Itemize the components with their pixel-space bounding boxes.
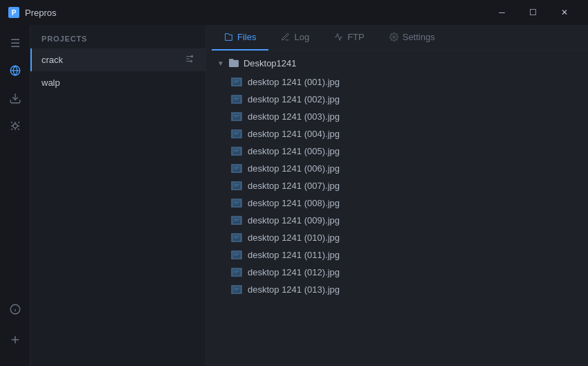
svg-rect-38 — [234, 184, 239, 185]
folder-name: Desktop1241 — [244, 58, 297, 68]
download-icon[interactable] — [3, 86, 28, 111]
bug-icon[interactable] — [3, 113, 28, 138]
svg-rect-26 — [234, 115, 239, 116]
projects-label: PROJECTS — [30, 25, 205, 48]
file-item[interactable]: desktop 1241 (010).jpg — [206, 229, 588, 246]
titlebar: P Prepros ─ ☐ ✕ — [0, 0, 588, 25]
tab-settings[interactable]: Settings — [377, 25, 448, 51]
file-img-icon — [231, 285, 242, 294]
svg-rect-56 — [234, 288, 239, 289]
file-name: desktop 1241 (002).jpg — [248, 94, 340, 104]
file-img-icon — [231, 216, 242, 225]
svg-rect-21 — [234, 82, 238, 82]
close-button[interactable]: ✕ — [549, 0, 580, 25]
svg-rect-48 — [234, 237, 238, 238]
file-item[interactable]: desktop 1241 (008).jpg — [206, 194, 588, 212]
file-name: desktop 1241 (013).jpg — [248, 284, 340, 295]
svg-rect-36 — [234, 168, 238, 169]
svg-rect-39 — [234, 185, 238, 186]
file-img-icon — [231, 164, 242, 173]
file-name: desktop 1241 (012).jpg — [248, 267, 340, 277]
svg-point-18 — [393, 36, 395, 38]
file-item[interactable]: desktop 1241 (006).jpg — [206, 160, 588, 177]
file-img-icon — [231, 250, 242, 259]
project-settings-icon-crack[interactable] — [185, 54, 194, 66]
file-item[interactable]: desktop 1241 (012).jpg — [206, 264, 588, 281]
content-area: Files Log FTP Settings ▼ — [206, 25, 588, 366]
file-img-icon — [231, 181, 242, 190]
file-item[interactable]: desktop 1241 (013).jpg — [206, 281, 588, 298]
svg-rect-44 — [234, 219, 239, 219]
file-item[interactable]: desktop 1241 (011).jpg — [206, 246, 588, 264]
menu-icon[interactable]: ☰ — [3, 30, 28, 55]
file-name: desktop 1241 (009).jpg — [248, 215, 340, 226]
file-item[interactable]: desktop 1241 (002).jpg — [206, 91, 588, 108]
svg-rect-45 — [234, 220, 238, 221]
tab-files[interactable]: Files — [212, 25, 268, 51]
file-img-icon — [231, 268, 242, 277]
file-name: desktop 1241 (010).jpg — [248, 232, 340, 243]
folder-chevron-icon: ▼ — [217, 60, 224, 67]
file-name: desktop 1241 (004).jpg — [248, 129, 340, 139]
maximize-button[interactable]: ☐ — [517, 0, 549, 25]
file-img-icon — [231, 112, 242, 121]
svg-rect-24 — [234, 99, 238, 100]
file-img-icon — [231, 129, 242, 138]
svg-rect-53 — [234, 271, 239, 271]
svg-rect-29 — [234, 132, 239, 133]
project-name-walp: walp — [42, 77, 185, 88]
svg-rect-51 — [234, 255, 238, 255]
tab-log[interactable]: Log — [268, 25, 322, 51]
app-icon: P — [8, 7, 19, 18]
sidebar-bottom — [3, 297, 28, 360]
file-name: desktop 1241 (008).jpg — [248, 198, 340, 208]
add-project-icon[interactable] — [3, 327, 28, 352]
file-img-icon — [231, 147, 242, 156]
file-img-icon — [231, 233, 242, 242]
svg-rect-23 — [234, 98, 239, 98]
svg-rect-20 — [234, 80, 239, 81]
file-item[interactable]: desktop 1241 (004).jpg — [206, 125, 588, 143]
file-item[interactable]: desktop 1241 (005).jpg — [206, 143, 588, 160]
main-layout: ☰ PROJECTS crack wa — [0, 25, 588, 366]
folder-icon — [228, 57, 239, 69]
svg-rect-32 — [234, 149, 239, 150]
file-img-icon — [231, 199, 242, 208]
svg-rect-41 — [234, 201, 239, 202]
icon-sidebar: ☰ — [0, 25, 30, 366]
minimize-button[interactable]: ─ — [486, 0, 517, 25]
svg-point-2 — [13, 124, 17, 128]
svg-rect-47 — [234, 236, 239, 237]
file-item[interactable]: desktop 1241 (007).jpg — [206, 177, 588, 194]
svg-rect-42 — [234, 203, 238, 203]
svg-rect-30 — [234, 134, 238, 134]
file-img-icon — [231, 77, 242, 86]
project-item-crack[interactable]: crack — [30, 48, 205, 71]
file-name: desktop 1241 (006).jpg — [248, 163, 340, 174]
svg-rect-27 — [234, 116, 238, 117]
file-item[interactable]: desktop 1241 (003).jpg — [206, 108, 588, 125]
info-icon[interactable] — [3, 297, 28, 322]
folder-item-desktop1241[interactable]: ▼ Desktop1241 — [206, 53, 588, 73]
file-list[interactable]: ▼ Desktop1241 desktop 1241 (001).jpgdesk… — [206, 51, 588, 366]
file-item[interactable]: desktop 1241 (001).jpg — [206, 73, 588, 91]
svg-rect-33 — [234, 151, 238, 152]
file-name: desktop 1241 (003).jpg — [248, 111, 340, 122]
tab-ftp[interactable]: FTP — [322, 25, 377, 51]
globe-icon[interactable] — [3, 58, 28, 83]
file-name: desktop 1241 (011).jpg — [248, 250, 340, 260]
project-item-walp[interactable]: walp — [30, 71, 205, 94]
project-name-crack: crack — [42, 55, 185, 65]
tabs: Files Log FTP Settings — [206, 25, 588, 51]
window-controls: ─ ☐ ✕ — [486, 0, 580, 25]
svg-rect-54 — [234, 272, 238, 273]
svg-rect-35 — [234, 167, 239, 167]
projects-panel: PROJECTS crack walp — [30, 25, 206, 366]
file-item[interactable]: desktop 1241 (009).jpg — [206, 212, 588, 229]
file-name: desktop 1241 (007).jpg — [248, 181, 340, 191]
file-rows: desktop 1241 (001).jpgdesktop 1241 (002)… — [206, 73, 588, 298]
svg-rect-57 — [234, 289, 238, 290]
file-img-icon — [231, 95, 242, 104]
file-name: desktop 1241 (001).jpg — [248, 77, 340, 87]
file-name: desktop 1241 (005).jpg — [248, 146, 340, 156]
